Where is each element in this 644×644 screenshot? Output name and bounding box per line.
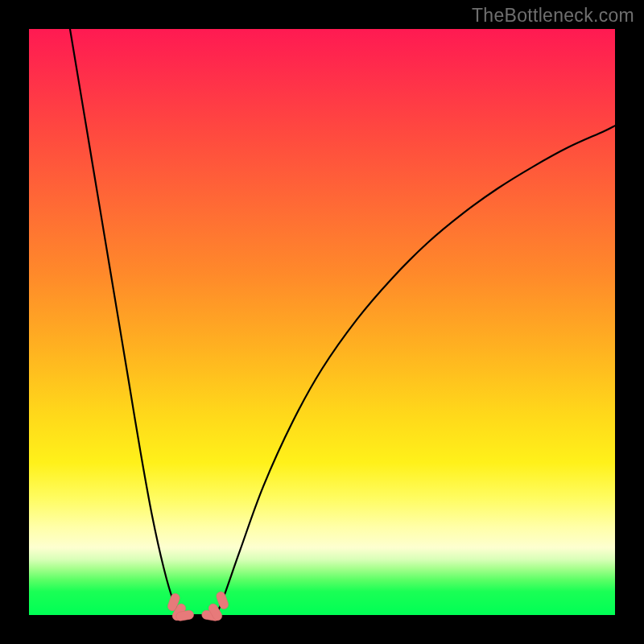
curve-markers <box>167 591 229 622</box>
chart-frame: TheBottleneck.com <box>0 0 644 644</box>
bottleneck-curve <box>70 29 615 616</box>
curve-layer <box>29 29 615 615</box>
watermark-text: TheBottleneck.com <box>472 5 634 27</box>
plot-area <box>29 29 615 615</box>
